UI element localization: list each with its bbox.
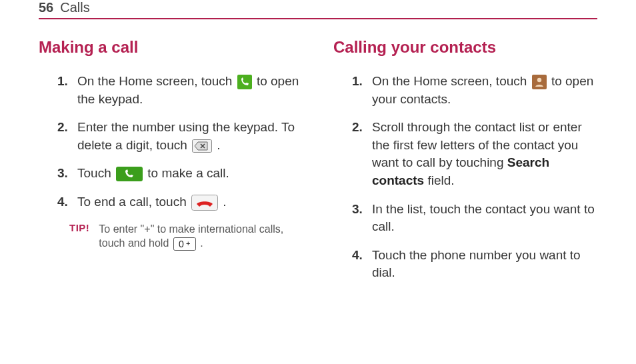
tip-label: TIP! [69, 222, 89, 251]
step-text: field. [424, 173, 454, 187]
step-4: To end a call, touch . [57, 193, 303, 211]
step-text: In the list, touch the contact you want … [372, 202, 595, 234]
left-column: Making a call On the Home screen, touch … [39, 38, 303, 293]
step-text: On the Home screen, touch [77, 74, 236, 88]
step-text: On the Home screen, touch [372, 74, 531, 88]
backspace-icon [192, 139, 212, 153]
page-header: 56 Calls [39, 0, 597, 19]
step-text: . [217, 138, 220, 152]
svg-rect-2 [116, 167, 143, 181]
making-a-call-steps: On the Home screen, touch to open the ke… [57, 73, 303, 211]
end-call-icon [191, 195, 218, 211]
step-text: Enter the number using the keypad. To de… [77, 120, 295, 152]
page-number: 56 [39, 0, 53, 15]
step-2: Enter the number using the keypad. To de… [57, 119, 303, 154]
section-title: Calls [60, 0, 89, 15]
step-3: Touch to make a call. [57, 165, 303, 183]
step-4: Touch the phone number you want to dial. [352, 247, 597, 282]
tip-text: To enter "+" to make international calls… [99, 222, 303, 251]
phone-app-icon [237, 75, 252, 89]
step-1: On the Home screen, touch to open the ke… [57, 73, 303, 108]
zero-plus-key-icon: 0+ [173, 237, 196, 251]
svg-text:+: + [186, 239, 190, 247]
heading-making-a-call: Making a call [39, 38, 303, 57]
tip-box: TIP! To enter "+" to make international … [69, 222, 303, 251]
svg-point-8 [537, 78, 541, 82]
calling-contacts-steps: On the Home screen, touch to open your c… [352, 73, 597, 282]
step-text: To end a call, touch [77, 195, 190, 209]
call-button-icon [116, 167, 143, 181]
step-text: Touch [77, 166, 115, 180]
step-text: to make a call. [147, 166, 229, 180]
svg-text:0: 0 [179, 239, 184, 249]
contacts-app-icon [532, 75, 547, 89]
step-text: Touch the phone number you want to dial. [372, 248, 581, 280]
step-1: On the Home screen, touch to open your c… [352, 73, 597, 108]
svg-rect-4 [173, 237, 195, 250]
svg-rect-0 [237, 75, 252, 89]
right-column: Calling your contacts On the Home screen… [333, 38, 597, 293]
step-2: Scroll through the contact list or enter… [352, 119, 597, 189]
step-text: Scroll through the contact list or enter… [372, 120, 582, 169]
step-text: . [223, 195, 226, 209]
heading-calling-contacts: Calling your contacts [333, 38, 597, 57]
step-3: In the list, touch the contact you want … [352, 201, 597, 236]
